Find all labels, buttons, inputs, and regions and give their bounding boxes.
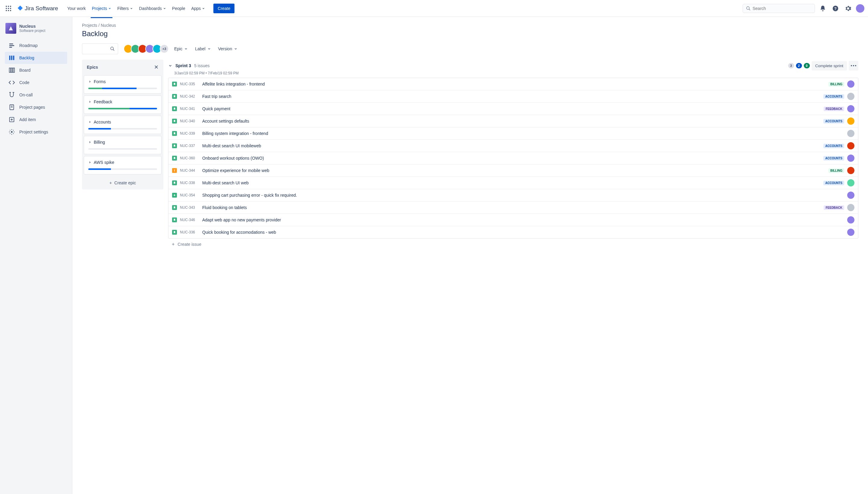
sidebar-item-backlog[interactable]: Backlog — [5, 52, 67, 64]
epic-label[interactable]: FEEDBACK — [824, 107, 844, 111]
assignee-avatar[interactable] — [847, 192, 854, 199]
nav-item-apps[interactable]: Apps — [188, 4, 208, 13]
assignee-avatar[interactable] — [847, 93, 854, 100]
sidebar-item-project-settings[interactable]: Project settings — [5, 126, 67, 138]
sidebar-item-board[interactable]: Board — [5, 64, 67, 76]
issue-row[interactable]: NUC-360Onboard workout options (OWO)ACCO… — [168, 152, 858, 165]
help-icon[interactable]: ? — [831, 4, 840, 13]
issue-key[interactable]: NUC-337 — [180, 144, 199, 148]
epic-card[interactable]: Accounts — [84, 116, 162, 134]
epic-label[interactable]: BILLING — [829, 82, 844, 87]
epic-label[interactable]: BILLING — [829, 168, 844, 173]
issue-row[interactable]: NUC-339Billing system integration - fron… — [168, 128, 858, 140]
plus-icon: + — [109, 180, 112, 185]
epic-label[interactable]: ACCOUNTS — [824, 144, 844, 148]
app-switcher-icon[interactable] — [4, 4, 13, 13]
assignee-avatar[interactable] — [847, 142, 854, 149]
sidebar-item-add-item[interactable]: Add item — [5, 114, 67, 126]
profile-avatar[interactable] — [856, 4, 864, 13]
issue-row[interactable]: NUC-335Affelite links integration - fron… — [168, 78, 858, 90]
nav-item-your-work[interactable]: Your work — [64, 4, 89, 13]
svg-point-8 — [10, 10, 11, 11]
epic-label[interactable]: ACCOUNTS — [824, 156, 844, 160]
nav-item-dashboards[interactable]: Dashboards — [136, 4, 169, 13]
create-button[interactable]: Create — [214, 4, 235, 13]
filter-version[interactable]: Version — [218, 46, 238, 51]
sprint-more-button[interactable] — [849, 61, 858, 71]
assignee-avatar[interactable] — [847, 204, 854, 211]
sidebar-icon — [8, 116, 15, 123]
epic-card[interactable]: Forms — [84, 75, 162, 94]
nav-item-people[interactable]: People — [169, 4, 188, 13]
svg-rect-16 — [10, 56, 11, 60]
issue-key[interactable]: NUC-342 — [180, 94, 199, 98]
close-epics-icon[interactable]: ✕ — [154, 64, 159, 71]
issue-summary: Quick payment — [202, 106, 821, 111]
sidebar-item-code[interactable]: Code — [5, 77, 67, 89]
chevron-down-icon — [207, 47, 211, 51]
issue-row[interactable]: NUC-344Optimize experience for mobile we… — [168, 165, 858, 177]
issue-row[interactable]: NUC-336Quick booking for accomodations -… — [168, 226, 858, 238]
search-input[interactable] — [753, 6, 812, 11]
epic-card[interactable]: AWS spike — [84, 156, 162, 174]
issue-row[interactable]: NUC-346Adapt web app no new payments pro… — [168, 214, 858, 226]
epic-label[interactable]: ACCOUNTS — [824, 181, 844, 185]
nav-item-filters[interactable]: Filters — [114, 4, 136, 13]
chevron-down-icon[interactable] — [168, 63, 172, 68]
issue-row[interactable]: NUC-354Shopping cart purchasing error - … — [168, 189, 858, 202]
filter-epic[interactable]: Epic — [174, 46, 188, 51]
assignee-avatar[interactable] — [847, 105, 854, 112]
issue-key[interactable]: NUC-339 — [180, 131, 199, 136]
issue-row[interactable]: NUC-343Fluid booking on tabletsFEEDBACK — [168, 202, 858, 214]
sidebar-item-roadmap[interactable]: Roadmap — [5, 39, 67, 52]
issue-key[interactable]: NUC-338 — [180, 181, 199, 185]
create-issue-button[interactable]: + Create issue — [168, 239, 858, 250]
svg-rect-21 — [13, 68, 15, 73]
filter-label[interactable]: Label — [195, 46, 211, 51]
issue-key[interactable]: NUC-335 — [180, 82, 199, 86]
assignee-avatar[interactable] — [847, 80, 854, 88]
epic-label[interactable]: FEEDBACK — [824, 205, 844, 210]
create-epic-button[interactable]: + Create epic — [82, 176, 163, 189]
complete-sprint-button[interactable]: Complete sprint — [812, 61, 847, 71]
issue-row[interactable]: NUC-341Quick paymentFEEDBACK — [168, 103, 858, 115]
issue-key[interactable]: NUC-340 — [180, 119, 199, 123]
issue-summary: Shopping cart purchasing error - quick f… — [202, 193, 844, 197]
assignee-avatar[interactable] — [847, 130, 854, 137]
assignee-avatar[interactable] — [847, 154, 854, 162]
issue-row[interactable]: NUC-342Fast trip searchACCOUNTS — [168, 90, 858, 103]
backlog-search[interactable] — [82, 43, 118, 54]
issue-key[interactable]: NUC-343 — [180, 205, 199, 210]
jira-logo[interactable]: Jira Software — [15, 5, 60, 12]
issue-key[interactable]: NUC-336 — [180, 230, 199, 234]
sprint-name[interactable]: Sprint 3 — [176, 63, 191, 68]
issue-row[interactable]: NUC-340Account settings defaultsACCOUNTS — [168, 115, 858, 128]
assignee-avatar[interactable] — [847, 229, 854, 236]
breadcrumb[interactable]: Projects / Nucleus — [82, 23, 858, 28]
sidebar-item-on-call[interactable]: On-call — [5, 89, 67, 101]
issue-key[interactable]: NUC-360 — [180, 156, 199, 160]
avatar-more[interactable]: +3 — [160, 44, 169, 53]
issue-row[interactable]: NUC-337Multi-dest search UI mobilewebACC… — [168, 140, 858, 152]
notifications-icon[interactable] — [818, 4, 828, 13]
sidebar-item-project-pages[interactable]: Project pages — [5, 101, 67, 113]
epic-label[interactable]: ACCOUNTS — [824, 94, 844, 99]
settings-icon[interactable] — [843, 4, 853, 13]
epic-label[interactable]: ACCOUNTS — [824, 119, 844, 124]
issue-key[interactable]: NUC-346 — [180, 218, 199, 222]
assignee-avatar[interactable] — [847, 167, 854, 174]
assignee-filter-avatars[interactable]: +3 — [124, 44, 169, 53]
epic-card[interactable]: Feedback — [84, 95, 162, 114]
issue-key[interactable]: NUC-344 — [180, 168, 199, 173]
sidebar-icon — [8, 42, 15, 49]
nav-item-projects[interactable]: Projects — [89, 4, 114, 13]
assignee-avatar[interactable] — [847, 179, 854, 187]
issue-type-icon — [172, 144, 177, 148]
assignee-avatar[interactable] — [847, 216, 854, 224]
issue-row[interactable]: NUC-338Multi-dest search UI webACCOUNTS — [168, 177, 858, 189]
global-search[interactable] — [743, 4, 815, 13]
issue-key[interactable]: NUC-354 — [180, 193, 199, 197]
assignee-avatar[interactable] — [847, 117, 854, 125]
epic-card[interactable]: Billing — [84, 136, 162, 154]
issue-key[interactable]: NUC-341 — [180, 107, 199, 111]
